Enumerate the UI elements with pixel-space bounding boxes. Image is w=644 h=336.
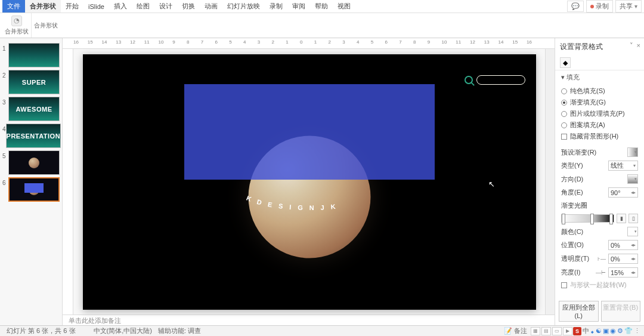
remove-stop-button[interactable]: ▯ [628,214,638,223]
search-pill-shape [476,75,525,85]
normal-view-button[interactable]: ▦ [531,327,540,335]
chevron-down-icon: ▾ [634,3,637,10]
tray-icon-1[interactable]: ⬥ [590,328,595,335]
slide-area[interactable]: K D E S I G N J K ↖ [73,49,545,315]
share-button-label: 共享 [620,2,633,11]
gradient-stops-bar[interactable] [561,214,614,223]
merge-shapes-section-label: 合并形状 [32,13,60,38]
slideshow-view-button[interactable]: ▶ [563,327,572,335]
planet-icon [29,158,39,168]
brightness-row[interactable]: 亮度(I) —⊢ 15%◂▸ [555,266,644,279]
format-background-pane: ˅ × 设置背景格式 ◆ ▾ 填充 纯色填充(S) 渐变填充(G) 图片或纹理填… [555,38,644,325]
tray-icon-2[interactable]: ☯ [596,327,602,335]
position-row[interactable]: 位置(O) 0%◂▸ [555,238,644,252]
add-stop-button[interactable]: ▮ [617,214,626,223]
workspace: 1 2 SUPER 3 AWESOME 4 PRESENTATION 5 6 1… [0,38,644,325]
share-button[interactable]: 共享▾ [615,0,642,13]
reading-view-button[interactable]: ▭ [552,327,562,335]
tab-view[interactable]: 视图 [333,0,355,13]
radio-gradient-fill[interactable]: 渐变填充(G) [555,97,644,108]
tab-record[interactable]: 录制 [265,0,287,13]
record-button-label: 录制 [596,2,609,11]
search-icon [465,76,473,84]
transparency-input[interactable]: 0%◂▸ [608,254,638,264]
tray-icon-3[interactable]: ▣ [603,327,609,335]
accessibility-indicator[interactable]: 辅助功能: 调查 [155,326,204,335]
tab-animation[interactable]: 动画 [200,0,222,13]
tab-file[interactable]: 文件 [2,0,25,13]
slide-canvas[interactable]: K D E S I G N J K ↖ [83,54,536,310]
thumbnail-slide-2[interactable]: 2 SUPER [0,69,62,95]
thumbnail-slide-5[interactable]: 5 [0,149,62,176]
color-picker[interactable] [627,227,638,236]
tab-start[interactable]: 开始 [61,0,83,13]
notes-toggle[interactable]: 📝 备注 [501,326,530,335]
status-bar: 幻灯片 第 6 张，共 6 张 中文(简体,中国大陆) 辅助功能: 调查 📝 备… [0,325,644,336]
tab-islide[interactable]: iSlide [83,1,109,12]
search-widget[interactable] [465,75,525,85]
thumbnail-slide-6[interactable]: 6 [0,176,62,203]
fill-tool-icon[interactable]: ◆ [560,57,571,68]
ime-icon[interactable]: S [573,327,581,335]
ime-label[interactable]: 中 [583,326,589,335]
brightness-input[interactable]: 15%◂▸ [608,267,638,278]
tab-slideshow[interactable]: 幻灯片放映 [222,0,265,13]
pane-chevron-icon[interactable]: ˅ [630,42,633,50]
apply-to-all-button[interactable]: 应用到全部(L) [559,301,599,322]
radio-pattern-fill[interactable]: 图案填充(A) [555,119,644,131]
angle-input[interactable]: 90°◂▸ [608,187,638,198]
thumbnail-slide-1[interactable]: 1 [0,42,62,69]
tab-draw[interactable]: 绘图 [132,0,154,13]
direction-row[interactable]: 方向(D) [555,172,644,186]
merge-shapes-group[interactable]: ◔ 合并形状 [2,13,32,38]
tab-merge-shapes[interactable]: 合并形状 [25,0,61,13]
close-pane-button[interactable]: × [637,42,640,50]
horizontal-ruler: 1615141312111098765432101234567891011121… [63,38,555,49]
tab-help[interactable]: 帮助 [310,0,333,13]
slide-thumbnails: 1 2 SUPER 3 AWESOME 4 PRESENTATION 5 6 [0,38,63,325]
vertical-ruler [63,49,73,315]
mouse-cursor-icon: ↖ [488,180,495,189]
tab-design[interactable]: 设计 [154,0,177,13]
angle-row[interactable]: 角度(E) 90°◂▸ [555,186,644,199]
comments-button[interactable]: 💬 [567,1,584,12]
tab-insert[interactable]: 插入 [109,0,132,13]
transparency-row[interactable]: 透明度(T) ⊦— 0%◂▸ [555,252,644,266]
tray-icon-5[interactable]: ⚙ [617,327,623,335]
sorter-view-button[interactable]: ▤ [541,327,551,335]
tab-review[interactable]: 审阅 [287,0,310,13]
direction-swatch[interactable] [627,174,638,184]
tray-icon-7[interactable]: ⋮ [634,327,640,335]
merge-shapes-icon: ◔ [11,16,22,26]
preset-gradient-swatch[interactable] [627,147,638,157]
tab-transition[interactable]: 切换 [177,0,200,13]
ribbon-panel: ◔ 合并形状 合并形状 [0,13,644,38]
checkbox-rotate-with-shape: 与形状一起旋转(W) [555,279,644,291]
language-indicator[interactable]: 中文(简体,中国大陆) [91,326,155,335]
notes-pane[interactable]: 单击此处添加备注 [63,315,555,325]
vertical-scrollbar[interactable] [545,49,555,315]
tray-icon-6[interactable]: 👕 [624,327,633,335]
merge-shapes-label: 合并形状 [5,27,29,36]
color-row[interactable]: 颜色(C) [555,225,644,238]
blue-rect-icon [24,183,44,193]
type-dropdown[interactable]: 线性▾ [608,161,638,171]
record-icon [590,5,594,8]
thumbnail-slide-3[interactable]: 3 AWESOME [0,95,62,122]
tray-icon-4[interactable]: ◉ [610,327,616,335]
position-input[interactable]: 0%◂▸ [608,240,638,250]
reset-background-button[interactable]: 重置背景(B) [601,301,641,322]
preset-gradient-row[interactable]: 预设渐变(R) [555,146,644,159]
stops-label-row: 渐变光圈 [555,199,644,212]
checkbox-hide-bg[interactable]: 隐藏背景图形(H) [555,131,644,142]
type-row[interactable]: 类型(Y) 线性▾ [555,159,644,172]
radio-solid-fill[interactable]: 纯色填充(S) [555,85,644,97]
slide-counter[interactable]: 幻灯片 第 6 张，共 6 张 [4,326,79,335]
slide-editor: 1615141312111098765432101234567891011121… [63,38,555,325]
ribbon-tabs: 文件 合并形状 开始 iSlide 插入 绘图 设计 切换 动画 幻灯片放映 录… [0,0,644,13]
blue-rectangle-shape[interactable] [184,84,435,180]
record-button[interactable]: 录制 [586,0,613,13]
radio-picture-fill[interactable]: 图片或纹理填充(P) [555,108,644,119]
fill-section-header[interactable]: ▾ 填充 [555,70,644,84]
thumbnail-slide-4[interactable]: 4 PRESENTATION [0,122,62,149]
